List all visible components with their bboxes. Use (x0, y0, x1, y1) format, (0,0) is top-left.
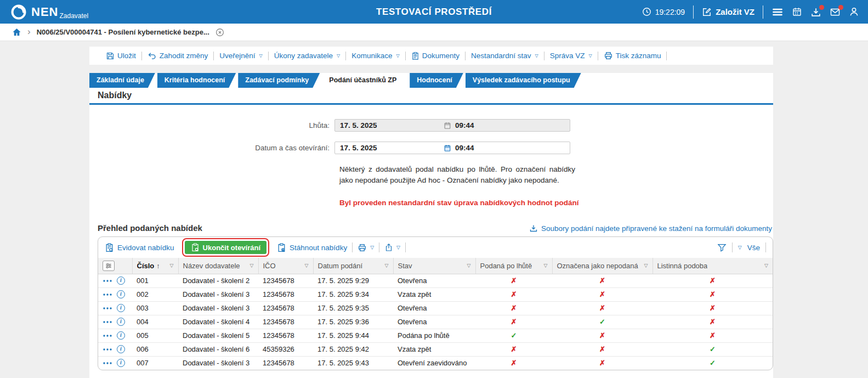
divider (732, 242, 733, 252)
row-menu-button[interactable] (103, 361, 112, 365)
filter-all-button[interactable]: Vše (747, 244, 760, 252)
toolbar-item-tisk-zaznamu[interactable]: Tisk záznamu (604, 51, 661, 60)
row-info-button[interactable]: i (117, 304, 125, 312)
menu-icon[interactable] (771, 6, 784, 18)
divider (268, 52, 269, 60)
column-header-oznacena-jako-nepodana[interactable]: Označena jako nepodaná▽ (552, 258, 653, 274)
end-opening-label: Ukončit otevírání (203, 244, 260, 252)
tab-kriteria-hodnoceni[interactable]: Kritéria hodnocení (157, 73, 236, 88)
column-filter-icon[interactable]: ▽ (644, 263, 648, 268)
toolbar-item-komunikace[interactable]: Komunikace▽ (351, 52, 399, 60)
column-header-datum-podani[interactable]: Datum podání▽ (313, 258, 393, 274)
cell-supplier-ico: 12345678 (258, 315, 313, 329)
column-header-content: Číslo↑▽ (137, 262, 174, 270)
tab-zadavaci-podminky[interactable]: Zadávací podmínky (238, 73, 320, 88)
export-menu-button[interactable]: ▽ (384, 243, 400, 252)
row-info-button[interactable]: i (117, 318, 125, 326)
submissions-grid: Evidovat nabídku Ukončit otevírání (98, 236, 773, 370)
column-header-listinna-podoba[interactable]: Listinná podoba▽ (653, 258, 773, 274)
tab-vysledek-zadavaciho-postupu[interactable]: Výsledek zadávacího postupu (466, 73, 581, 88)
toolbar-item-uverejneni[interactable]: Uveřejnění▽ (219, 52, 262, 60)
column-header-cislo[interactable]: Číslo↑▽ (132, 258, 178, 274)
table-row: i003Dodavatel - školení 31234567817. 5. … (98, 301, 773, 315)
row-menu-button[interactable] (103, 347, 112, 352)
row-menu-button[interactable] (103, 279, 112, 283)
divider (693, 5, 694, 19)
close-tab-icon[interactable] (215, 28, 224, 37)
toolbar-item-sprava-vz[interactable]: Správa VZ▽ (550, 52, 592, 60)
column-settings-button[interactable] (103, 261, 115, 271)
toolbar-item-ukony-zadavatele[interactable]: Úkony zadavatele▽ (274, 52, 340, 60)
breadcrumb-title[interactable]: N006/25/V00004741 - Posílení kybernetick… (37, 28, 209, 36)
home-icon[interactable] (12, 27, 21, 37)
column-header-stav[interactable]: Stav▽ (393, 258, 475, 274)
opening-date-value[interactable]: 17. 5. 2025 (335, 144, 444, 152)
row-info-button[interactable]: i (117, 277, 125, 285)
list-header: Přehled podaných nabídek Soubory podání … (98, 223, 772, 233)
toolbar-item-dokumenty[interactable]: Dokumenty (411, 52, 459, 60)
sort-ascending-icon[interactable]: ↑ (156, 262, 160, 270)
mail-icon[interactable] (830, 7, 841, 18)
column-filter-icon[interactable]: ▽ (250, 263, 254, 268)
table-row: i001Dodavatel - školení 21234567817. 5. … (98, 274, 773, 287)
row-info-button[interactable]: i (117, 359, 125, 367)
row-menu-button[interactable] (103, 334, 112, 338)
row-menu-button[interactable] (103, 292, 112, 297)
filter-icon[interactable] (717, 243, 727, 252)
nen-logo[interactable]: NEN Zadavatel (10, 3, 88, 21)
chevron-down-icon: ▽ (396, 245, 400, 250)
cross-icon: ✗ (511, 318, 517, 326)
cell-supplier-ico: 12345678 (258, 356, 313, 370)
column-filter-icon[interactable]: ▽ (764, 263, 768, 268)
tab-hodnoceni[interactable]: Hodnocení (410, 73, 463, 88)
toolbar-item-zahodit-zmeny[interactable]: Zahodit změny (147, 51, 208, 60)
user-icon[interactable] (849, 7, 859, 17)
cell-submission-date: 17. 5. 2025 9:43 (313, 356, 393, 370)
row-actions-cell: i (98, 274, 132, 287)
cell-supplier-ico: 45359326 (258, 342, 313, 356)
column-filter-icon[interactable]: ▽ (467, 263, 471, 268)
opening-input[interactable]: 17. 5. 2025 09:44 (334, 142, 570, 154)
deadline-time-value: 09:44 (455, 121, 570, 129)
row-info-button[interactable]: i (117, 345, 125, 353)
grid-toolbar: Evidovat nabídku Ukončit otevírání (98, 237, 773, 258)
chevron-down-icon: ▽ (396, 53, 400, 58)
deadline-label: Lhůta: (89, 121, 334, 129)
topbar-actions: 19:22:09 Založit VZ (642, 5, 859, 19)
toolbar-item-ulozit[interactable]: Uložit (106, 52, 136, 60)
nonstandard-state-warning: Byl proveden nestandardní stav úprava na… (339, 199, 646, 207)
cell-marked-not-submitted: ✓ (552, 315, 653, 329)
chevron-down-icon[interactable]: ▽ (738, 245, 742, 250)
column-header-content: Datum podání▽ (318, 262, 389, 270)
opening-time-value[interactable]: 09:44 (455, 144, 570, 152)
end-opening-button[interactable]: Ukončit otevírání (185, 241, 266, 254)
row-info-button[interactable]: i (117, 331, 125, 340)
tab-zakladni-udaje[interactable]: Základní údaje (89, 73, 155, 88)
column-filter-icon[interactable]: ▽ (305, 263, 309, 268)
column-header-nazev-dodavatele[interactable]: Název dodavatele▽ (178, 258, 258, 274)
tab-podani-ucastniku-zp[interactable]: Podání účastníků ZP (322, 73, 407, 88)
print-menu-button[interactable]: ▽ (358, 243, 374, 252)
download-icon (529, 224, 538, 233)
cross-icon: ✗ (710, 331, 716, 340)
row-menu-button[interactable] (103, 320, 112, 324)
toolbar-item-nestandardni-stav[interactable]: Nestandardní stav▽ (471, 52, 538, 60)
row-menu-button[interactable] (103, 306, 112, 311)
calendar-icon[interactable] (444, 144, 451, 152)
cell-marked-not-submitted: ✗ (552, 301, 653, 315)
download-files-link[interactable]: Soubory podání najdete připravené ke sta… (529, 224, 772, 233)
register-bid-button[interactable]: Evidovat nabídku (105, 243, 174, 252)
row-actions: i (103, 359, 128, 367)
calendar-icon[interactable] (792, 7, 802, 17)
column-filter-icon[interactable]: ▽ (544, 263, 548, 268)
new-vz-button[interactable]: Založit VZ (702, 7, 754, 17)
column-header-podana-po-lhute[interactable]: Podaná po lhůtě▽ (475, 258, 552, 274)
toolbar-item-label: Komunikace (351, 52, 392, 60)
download-bids-button[interactable]: Stáhnout nabídky (277, 243, 347, 252)
column-header-ico[interactable]: IČO▽ (258, 258, 313, 274)
column-filter-icon[interactable]: ▽ (170, 263, 174, 268)
column-filter-icon[interactable]: ▽ (385, 263, 389, 268)
cell-supplier-name: Dodavatel - školení 2 (178, 274, 258, 287)
downloads-icon[interactable] (810, 7, 821, 18)
row-info-button[interactable]: i (117, 290, 125, 298)
